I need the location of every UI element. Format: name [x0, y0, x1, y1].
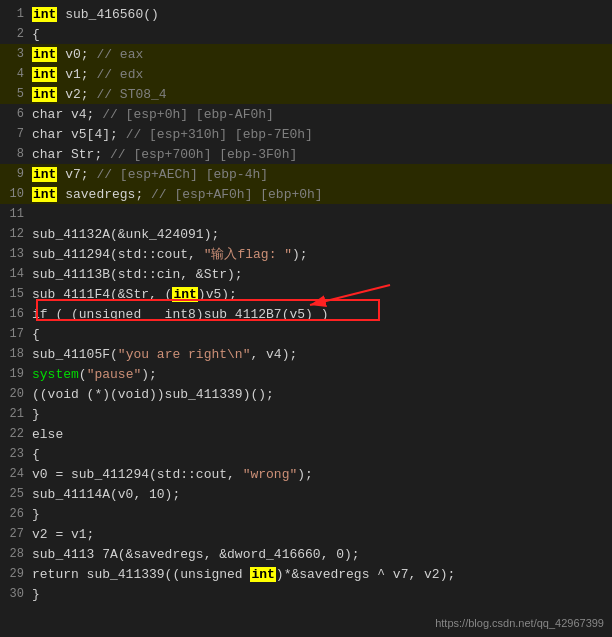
- line-number: 13: [4, 247, 32, 261]
- code-segment: sub_416560(): [57, 7, 158, 22]
- code-segment: sub_41114A(v0, 10);: [32, 487, 180, 502]
- code-segment: {: [32, 327, 40, 342]
- line-number: 18: [4, 347, 32, 361]
- code-segment: int: [32, 7, 57, 22]
- code-segment: "you are right\n": [118, 347, 251, 362]
- code-line: 22 else: [0, 424, 612, 444]
- code-segment: char Str;: [32, 147, 110, 162]
- line-text: sub_4111F4(&Str, (int)v5);: [32, 287, 608, 302]
- line-text: v2 = v1;: [32, 527, 608, 542]
- code-segment: "wrong": [243, 467, 298, 482]
- line-number: 9: [4, 167, 32, 181]
- line-text: }: [32, 587, 608, 602]
- line-text: int v2; // ST08_4: [32, 87, 608, 102]
- code-segment: }: [32, 407, 40, 422]
- line-text: char Str; // [esp+700h] [ebp-3F0h]: [32, 147, 608, 162]
- code-line: 5 int v2; // ST08_4: [0, 84, 612, 104]
- code-segment: int: [32, 87, 57, 102]
- code-segment: int: [32, 47, 57, 62]
- code-segment: v2 = v1;: [32, 527, 94, 542]
- code-segment: "pause": [87, 367, 142, 382]
- code-segment: int: [32, 187, 57, 202]
- code-segment: sub_41132A(&unk_424091);: [32, 227, 219, 242]
- line-text: {: [32, 27, 608, 42]
- line-number: 15: [4, 287, 32, 301]
- code-line: 24 v0 = sub_411294(std::cout, "wrong");: [0, 464, 612, 484]
- code-line: 18 sub_41105F("you are right\n", v4);: [0, 344, 612, 364]
- code-line: 4 int v1; // edx: [0, 64, 612, 84]
- line-text: int savedregs; // [esp+AF0h] [ebp+0h]: [32, 187, 608, 202]
- code-segment: );: [292, 247, 308, 262]
- code-segment: )*&savedregs ^ v7, v2);: [276, 567, 455, 582]
- line-number: 16: [4, 307, 32, 321]
- code-line: 29 return sub_411339((unsigned int)*&sav…: [0, 564, 612, 584]
- code-segment: {: [32, 27, 40, 42]
- line-number: 22: [4, 427, 32, 441]
- line-text: v0 = sub_411294(std::cout, "wrong");: [32, 467, 608, 482]
- code-segment: int: [172, 287, 197, 302]
- code-segment: sub_411294(std::cout,: [32, 247, 204, 262]
- line-text: ((void (*)(void))sub_411339)();: [32, 387, 608, 402]
- line-text: char v5[4]; // [esp+310h] [ebp-7E0h]: [32, 127, 608, 142]
- code-line: 1int sub_416560(): [0, 4, 612, 24]
- code-line: 28 sub_4113 7A(&savedregs, &dword_416660…: [0, 544, 612, 564]
- line-text: int sub_416560(): [32, 7, 608, 22]
- code-line: 20 ((void (*)(void))sub_411339)();: [0, 384, 612, 404]
- line-text: }: [32, 407, 608, 422]
- code-segment: , v4);: [250, 347, 297, 362]
- line-text: sub_411294(std::cout, "输入flag: ");: [32, 245, 608, 263]
- line-number: 6: [4, 107, 32, 121]
- line-number: 2: [4, 27, 32, 41]
- line-text: if ( (unsigned __int8)sub_4112B7(v5) ): [32, 307, 608, 322]
- code-segment: int: [250, 567, 275, 582]
- code-segment: // ST08_4: [96, 87, 166, 102]
- code-segment: else: [32, 427, 63, 442]
- code-segment: if ( (unsigned __int8)sub_4112B7(v5) ): [32, 307, 328, 322]
- code-segment: (: [79, 367, 87, 382]
- line-number: 17: [4, 327, 32, 341]
- code-segment: ((void (*)(void))sub_411339)();: [32, 387, 274, 402]
- line-text: int v0; // eax: [32, 47, 608, 62]
- code-segment: // [esp+700h] [ebp-3F0h]: [110, 147, 297, 162]
- line-text: system("pause");: [32, 367, 608, 382]
- code-segment: }: [32, 587, 40, 602]
- code-line: 25 sub_41114A(v0, 10);: [0, 484, 612, 504]
- line-number: 20: [4, 387, 32, 401]
- code-segment: // [esp+AF0h] [ebp+0h]: [151, 187, 323, 202]
- line-text: {: [32, 327, 608, 342]
- line-text: else: [32, 427, 608, 442]
- line-number: 12: [4, 227, 32, 241]
- code-line: 27 v2 = v1;: [0, 524, 612, 544]
- code-segment: // [esp+310h] [ebp-7E0h]: [126, 127, 313, 142]
- line-number: 25: [4, 487, 32, 501]
- code-segment: sub_41113B(std::cin, &Str);: [32, 267, 243, 282]
- line-number: 1: [4, 7, 32, 21]
- line-number: 26: [4, 507, 32, 521]
- code-line: 11: [0, 204, 612, 224]
- line-number: 23: [4, 447, 32, 461]
- line-text: sub_41113B(std::cin, &Str);: [32, 267, 608, 282]
- code-editor: 1int sub_416560()2{3 int v0; // eax4 int…: [0, 0, 612, 637]
- code-segment: // edx: [96, 67, 143, 82]
- code-line: 12 sub_41132A(&unk_424091);: [0, 224, 612, 244]
- line-number: 21: [4, 407, 32, 421]
- code-line: 16 if ( (unsigned __int8)sub_4112B7(v5) …: [0, 304, 612, 324]
- code-line: 26 }: [0, 504, 612, 524]
- line-text: sub_4113 7A(&savedregs, &dword_416660, 0…: [32, 547, 608, 562]
- line-text: int v1; // edx: [32, 67, 608, 82]
- code-segment: )v5);: [198, 287, 237, 302]
- line-number: 3: [4, 47, 32, 61]
- line-number: 7: [4, 127, 32, 141]
- line-number: 10: [4, 187, 32, 201]
- line-text: return sub_411339((unsigned int)*&savedr…: [32, 567, 608, 582]
- code-segment: sub_41105F(: [32, 347, 118, 362]
- code-line: 23 {: [0, 444, 612, 464]
- line-number: 4: [4, 67, 32, 81]
- code-line: 8 char Str; // [esp+700h] [ebp-3F0h]: [0, 144, 612, 164]
- code-segment: system: [32, 367, 79, 382]
- code-line: 9 int v7; // [esp+AECh] [ebp-4h]: [0, 164, 612, 184]
- line-text: int v7; // [esp+AECh] [ebp-4h]: [32, 167, 608, 182]
- code-line: 10 int savedregs; // [esp+AF0h] [ebp+0h]: [0, 184, 612, 204]
- code-segment: );: [297, 467, 313, 482]
- code-line: 15 sub_4111F4(&Str, (int)v5);: [0, 284, 612, 304]
